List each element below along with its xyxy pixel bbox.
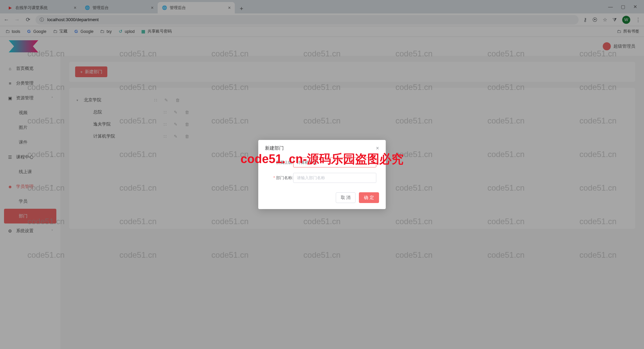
select-value: 计算机学院 — [297, 160, 317, 165]
name-input[interactable]: 请输入部门名称 — [293, 173, 376, 183]
confirm-button[interactable]: 确 定 — [359, 192, 379, 203]
name-label: *部门名称: — [268, 175, 293, 181]
modal-layer: 新建部门 × *所属上级: 计算机学院 ▾ *部门名称: 请输入部门名称 取 消… — [0, 0, 644, 349]
parent-label: *所属上级: — [268, 160, 293, 165]
chevron-down-icon: ▾ — [371, 161, 373, 164]
parent-select[interactable]: 计算机学院 ▾ — [293, 157, 376, 167]
close-icon[interactable]: × — [376, 145, 379, 151]
cancel-button[interactable]: 取 消 — [336, 192, 356, 203]
input-placeholder: 请输入部门名称 — [297, 175, 325, 181]
dialog-title: 新建部门 — [265, 145, 284, 151]
new-department-dialog: 新建部门 × *所属上级: 计算机学院 ▾ *部门名称: 请输入部门名称 取 消… — [258, 140, 386, 209]
